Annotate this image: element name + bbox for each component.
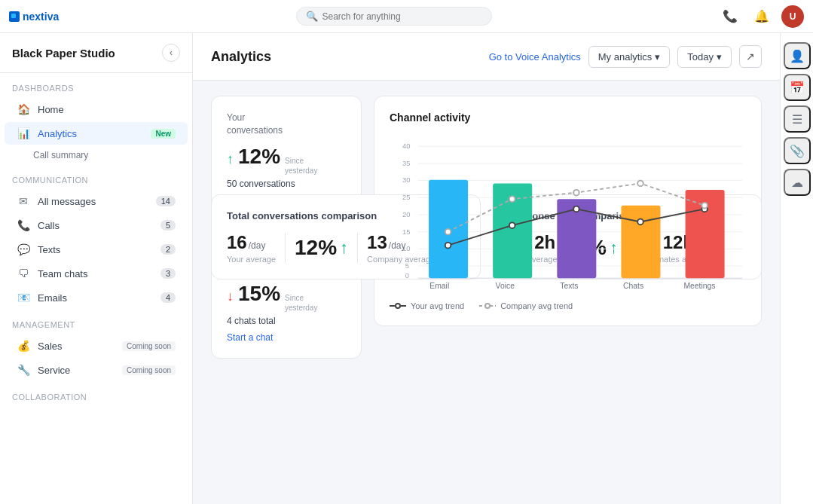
svg-point-34 (637, 219, 643, 225)
svg-point-31 (445, 243, 451, 249)
conversations-since: Sinceyesterday (285, 156, 317, 176)
texts-icon: 💬 (17, 243, 30, 255)
collaboration-percent: 15% (238, 282, 280, 306)
your-avg-column: 16/day Your average (227, 232, 276, 264)
page-title: Analytics (211, 49, 271, 65)
company-trend-legend-icon (479, 302, 496, 310)
home-icon: 🏠 (17, 103, 30, 115)
sidebar-item-service[interactable]: 🔧 Service Coming soon (5, 359, 188, 381)
sidebar-item-texts-label: Texts (38, 244, 153, 255)
nextiva-logo-icon: nextiva (9, 8, 69, 25)
share-button[interactable]: ↗ (739, 45, 762, 68)
sidebar-item-call-summary[interactable]: Call summary (0, 145, 192, 165)
company-avg-trend-legend: Company avg trend (479, 301, 573, 310)
service-coming-soon-badge: Coming soon (122, 365, 176, 375)
svg-point-40 (701, 203, 708, 209)
phone-button[interactable]: 📞 (718, 5, 742, 29)
pct-column: 12% ↑ (295, 236, 348, 260)
content-body: Yourconversations ↑ 12% Sinceyesterday 5… (193, 81, 780, 295)
sidebar-item-emails-label: Emails (38, 292, 153, 304)
header-actions: Go to Voice Analytics My analytics ▾ Tod… (489, 45, 762, 68)
svg-point-44 (485, 304, 490, 308)
list-icon-button[interactable]: ☰ (784, 105, 811, 133)
channel-activity-title: Channel activity (390, 111, 746, 124)
sidebar-item-team-chats-label: Team chats (38, 268, 153, 279)
total-pct-arrow: ↑ (340, 238, 348, 258)
sidebar-item-all-messages[interactable]: ✉ All messages 14 (5, 190, 188, 212)
all-messages-badge: 14 (156, 196, 176, 206)
chevron-down-icon-2: ▾ (717, 51, 722, 63)
sidebar-item-texts[interactable]: 💬 Texts 2 (5, 238, 188, 261)
avatar[interactable]: U (781, 5, 804, 28)
collaboration-count: 4 chats total (227, 316, 346, 326)
sidebar-item-service-label: Service (38, 365, 115, 376)
dashboards-section-label: Dashboards (0, 73, 192, 97)
right-iconbar: 👤 📅 ☰ 📎 ☁ (780, 33, 813, 504)
team-chats-icon: 🗨 (17, 267, 30, 279)
today-dropdown[interactable]: Today ▾ (677, 46, 732, 68)
sidebar-item-sales-label: Sales (38, 341, 115, 352)
start-chat-link[interactable]: Start a chat (227, 332, 346, 343)
texts-badge: 2 (160, 244, 176, 255)
svg-text:30: 30 (402, 176, 411, 184)
svg-text:35: 35 (402, 159, 411, 167)
attachment-icon-button[interactable]: 📎 (784, 137, 811, 164)
svg-text:15: 15 (402, 228, 411, 236)
sidebar-item-team-chats[interactable]: 🗨 Team chats 3 (5, 262, 188, 285)
sidebar-item-emails[interactable]: 📧 Emails 4 (5, 286, 188, 309)
svg-text:nextiva: nextiva (23, 11, 59, 23)
topbar: nextiva 🔍 📞 🔔 U (0, 0, 813, 33)
collapse-sidebar-button[interactable]: ‹ (162, 44, 180, 62)
svg-text:10: 10 (402, 244, 411, 252)
channel-activity-chart: 40 35 30 25 20 15 10 5 0 (390, 136, 746, 292)
collaboration-section-label: Collaboration (0, 382, 192, 406)
emails-badge: 4 (160, 292, 176, 303)
search-box[interactable]: 🔍 (296, 7, 492, 26)
conversations-value-row: ↑ 12% Sinceyesterday (227, 145, 346, 176)
my-analytics-dropdown[interactable]: My analytics ▾ (588, 46, 671, 68)
profile-icon-button[interactable]: 👤 (784, 42, 811, 69)
sidebar-item-home[interactable]: 🏠 Home (5, 98, 188, 121)
svg-text:40: 40 (402, 142, 411, 150)
cloud-icon-button[interactable]: ☁ (784, 169, 811, 196)
your-trend-legend-icon (390, 302, 406, 310)
calendar-icon-button[interactable]: 📅 (784, 74, 811, 101)
conversations-count: 50 conversations (227, 179, 346, 189)
svg-text:Texts: Texts (560, 282, 578, 290)
svg-text:Chats: Chats (623, 282, 643, 290)
conversations-arrow-up: ↑ (227, 151, 234, 167)
search-container: 🔍 (78, 7, 709, 26)
all-messages-icon: ✉ (17, 195, 30, 207)
notifications-button[interactable]: 🔔 (750, 5, 774, 29)
svg-text:Voice: Voice (496, 282, 515, 290)
sidebar-item-calls[interactable]: 📞 Calls 5 (5, 214, 188, 237)
svg-rect-24 (621, 206, 660, 278)
search-icon: 🔍 (306, 11, 318, 22)
bar-chart: 40 35 30 25 20 15 10 5 0 (390, 136, 746, 310)
search-input[interactable] (322, 11, 473, 22)
calls-icon: 📞 (17, 219, 30, 231)
chart-legend: Your avg trend Company avg trend (390, 301, 746, 310)
topbar-actions: 📞 🔔 U (718, 5, 804, 29)
svg-text:25: 25 (402, 193, 411, 201)
svg-rect-1 (11, 14, 16, 18)
sidebar-item-analytics[interactable]: 📊 Analytics New (5, 122, 188, 145)
analytics-icon: 📊 (17, 127, 30, 139)
main-layout: Black Paper Studio ‹ Dashboards 🏠 Home 📊… (0, 33, 813, 504)
svg-point-42 (396, 304, 400, 308)
calls-badge: 5 (160, 220, 176, 231)
total-pct: 12% (295, 236, 337, 260)
voice-analytics-link[interactable]: Go to Voice Analytics (489, 51, 581, 63)
sidebar-item-analytics-label: Analytics (38, 128, 143, 139)
collaboration-since: Sinceyesterday (285, 293, 317, 313)
sidebar-item-sales[interactable]: 💰 Sales Coming soon (5, 334, 188, 357)
team-chats-badge: 3 (160, 268, 176, 279)
content-area: Analytics Go to Voice Analytics My analy… (193, 33, 780, 504)
your-avg-unit: /day (249, 240, 266, 251)
sidebar-item-home-label: Home (38, 104, 176, 115)
svg-text:20: 20 (402, 210, 411, 218)
page-header: Analytics Go to Voice Analytics My analy… (193, 33, 780, 81)
analytics-new-badge: New (151, 129, 176, 139)
sidebar-header: Black Paper Studio ‹ (0, 33, 192, 73)
sidebar: Black Paper Studio ‹ Dashboards 🏠 Home 📊… (0, 33, 193, 504)
